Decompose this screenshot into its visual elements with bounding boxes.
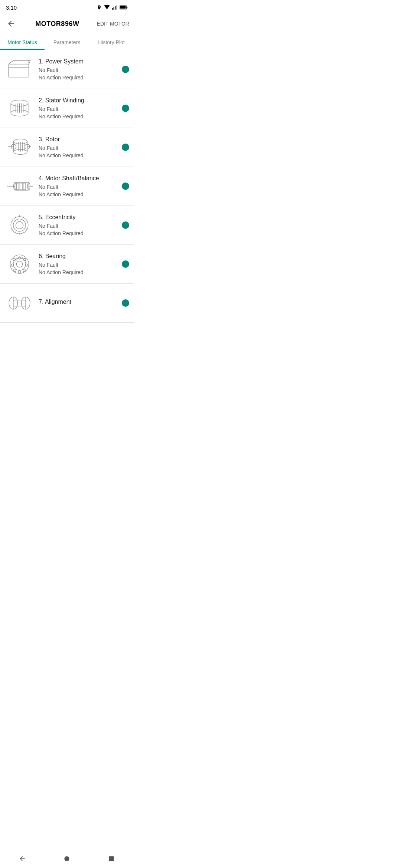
item-image-alignment [4,290,34,316]
item-content: 6. Bearing No Fault No Action Required [39,253,119,275]
item-image-rotor [4,134,34,161]
item-image-bearing [4,251,34,277]
item-fault: No Fault [39,184,119,190]
svg-rect-3 [116,5,117,10]
svg-rect-37 [23,183,26,190]
back-button[interactable] [4,17,18,30]
app-title: MOTOR896W [35,20,79,28]
tabs-container: Motor Status Parameters History Plot [0,34,134,50]
svg-point-42 [16,221,23,229]
svg-point-62 [18,270,21,273]
list-item[interactable]: 5. Eccentricity No Fault No Action Requi… [0,206,134,245]
item-content: 1. Power System No Fault No Action Requi… [39,58,119,80]
status-indicator [122,221,129,229]
item-fault: No Fault [39,67,119,73]
svg-rect-1 [114,7,114,9]
tab-motor-status[interactable]: Motor Status [0,34,45,50]
item-action: No Action Required [39,75,119,80]
status-indicator [122,66,129,73]
svg-point-56 [13,258,25,270]
list-item[interactable]: 6. Bearing No Fault No Action Required [0,245,134,284]
item-content: 4. Motor Shaft/Balance No Fault No Actio… [39,175,119,197]
item-title: 7. Alignment [39,299,119,305]
tab-parameters[interactable]: Parameters [45,34,89,50]
status-indicator [122,144,129,151]
svg-point-63 [13,269,16,272]
item-image-power-system [4,56,34,83]
location-icon [97,5,102,10]
battery-icon [120,5,128,10]
item-fault: No Fault [39,223,119,229]
item-title: 3. Rotor [39,136,119,143]
status-icons [97,5,128,10]
item-action: No Action Required [39,191,119,197]
item-action: No Action Required [39,230,119,236]
status-indicator [122,183,129,190]
tab-history-plot[interactable]: History Plot [89,34,134,50]
wifi-icon [104,5,110,10]
svg-rect-2 [115,6,115,10]
svg-rect-6 [120,6,126,9]
item-fault: No Fault [39,106,119,112]
back-arrow-icon [7,19,16,28]
svg-rect-35 [16,183,19,190]
status-indicator [122,299,129,307]
item-title: 2. Stator Winding [39,97,119,104]
item-content: 2. Stator Winding No Fault No Action Req… [39,97,119,119]
list-item[interactable]: 7. Alignment [0,284,134,323]
status-time: 3:10 [6,4,17,11]
item-image-shaft [4,173,34,200]
item-content: 7. Alignment [39,299,119,308]
status-indicator [122,105,129,112]
item-action: No Action Required [39,114,119,119]
svg-rect-0 [112,8,113,10]
svg-point-57 [16,261,23,267]
svg-rect-32 [15,183,29,190]
status-bar: 3:10 [0,0,134,13]
list-item[interactable]: 3. Rotor No Fault No Action Required [0,128,134,167]
item-action: No Action Required [39,269,119,275]
item-title: 5. Eccentricity [39,214,119,221]
svg-rect-7 [9,64,29,77]
svg-line-54 [15,216,16,217]
svg-line-44 [23,216,24,217]
list-item[interactable]: 2. Stator Winding No Fault No Action Req… [0,89,134,128]
item-title: 4. Motor Shaft/Balance [39,175,119,182]
list-item[interactable]: 1. Power System No Fault No Action Requi… [0,50,134,89]
signal-icon [112,5,117,10]
status-indicator [122,260,129,268]
item-title: 6. Bearing [39,253,119,260]
svg-point-41 [13,219,25,231]
item-fault: No Fault [39,145,119,151]
status-list: 1. Power System No Fault No Action Requi… [0,50,134,323]
item-content: 3. Rotor No Fault No Action Required [39,136,119,158]
svg-rect-36 [20,183,22,190]
svg-point-61 [23,269,25,272]
item-image-eccentricity [4,212,34,239]
item-title: 1. Power System [39,58,119,65]
item-action: No Action Required [39,152,119,158]
list-item[interactable]: 4. Motor Shaft/Balance No Fault No Actio… [0,167,134,206]
item-fault: No Fault [39,262,119,268]
item-content: 5. Eccentricity No Fault No Action Requi… [39,214,119,236]
app-bar: MOTOR896W EDIT MOTOR [0,13,134,34]
item-image-stator [4,95,34,122]
svg-rect-5 [127,7,127,9]
edit-motor-button[interactable]: EDIT MOTOR [97,19,129,28]
